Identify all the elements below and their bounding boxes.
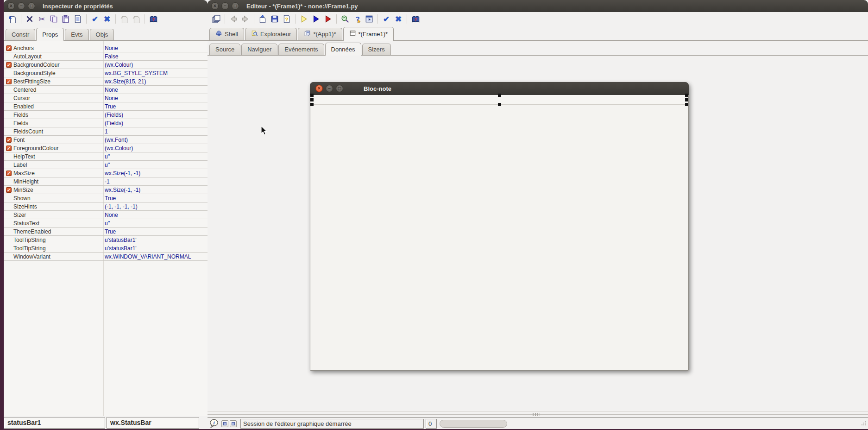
property-row[interactable]: ✓ Sizer None: [4, 211, 208, 219]
property-row[interactable]: ✓ ToolTipString u'statusBar1': [4, 236, 208, 244]
cancel-icon[interactable]: ✖: [101, 13, 113, 25]
paste-icon[interactable]: [60, 13, 71, 25]
property-value[interactable]: wx.WINDOW_VARIANT_NORMAL: [105, 253, 191, 260]
close-icon[interactable]: ×: [7, 2, 15, 10]
property-value[interactable]: (Fields): [105, 112, 123, 118]
maximize-icon[interactable]: □: [232, 2, 239, 10]
tab-objs[interactable]: Objs: [90, 29, 114, 40]
property-row[interactable]: ✓ MaxSize wx.Size(-1, -1): [4, 169, 208, 177]
property-row[interactable]: ✓ StatusText u'': [4, 219, 208, 228]
sash-grip-icon[interactable]: [533, 413, 540, 416]
property-row[interactable]: ✓ Shown True: [4, 194, 208, 202]
property-row[interactable]: ✓ BackgroundStyle wx.BG_STYLE_SYSTEM: [4, 69, 208, 77]
minimize-icon[interactable]: –: [221, 2, 229, 10]
property-set-checkbox[interactable]: ✓: [6, 145, 12, 151]
property-row[interactable]: ✓ SizeHints (-1, -1, -1, -1): [4, 202, 208, 211]
resize-grip-icon[interactable]: [861, 419, 867, 428]
tab-evts[interactable]: Evts: [65, 29, 88, 40]
property-row[interactable]: ✓ ThemeEnabled True: [4, 228, 208, 236]
property-value[interactable]: wx.BG_STYLE_SYSTEM: [105, 70, 168, 76]
property-row[interactable]: ✓ FieldsCount 1: [4, 127, 208, 136]
property-value[interactable]: (wx.Font): [105, 137, 128, 143]
selection-handle[interactable]: [310, 103, 314, 106]
post-icon[interactable]: ✔: [381, 13, 392, 25]
selection-handle[interactable]: [685, 103, 688, 106]
minimize-icon[interactable]: –: [18, 2, 25, 10]
property-value[interactable]: u'statusBar1': [105, 245, 137, 252]
save-icon[interactable]: [269, 13, 280, 25]
property-value[interactable]: u'': [105, 220, 110, 227]
property-row[interactable]: ✓ WindowVariant wx.WINDOW_VARIANT_NORMAL: [4, 253, 208, 261]
property-row[interactable]: ✓ Anchors None: [4, 44, 208, 52]
property-set-checkbox[interactable]: ✓: [6, 62, 12, 68]
property-value[interactable]: wx.Size(-1, -1): [105, 170, 140, 177]
open-module-icon[interactable]: [211, 13, 222, 25]
property-row[interactable]: ✓ BackgroundColour (wx.Colour): [4, 61, 208, 69]
tab-props[interactable]: Props: [36, 28, 64, 41]
tab-explorateur[interactable]: Explorateur: [245, 28, 297, 40]
property-value[interactable]: None: [105, 95, 118, 101]
property-set-checkbox[interactable]: ✓: [6, 171, 12, 176]
tear-off-icon[interactable]: [7, 13, 18, 25]
property-value[interactable]: True: [105, 103, 116, 110]
property-value[interactable]: (wx.Colour): [105, 145, 133, 152]
copy-icon[interactable]: [48, 13, 59, 25]
back-icon[interactable]: [228, 13, 239, 25]
selection-handle[interactable]: [498, 94, 501, 97]
frame-designer-icon[interactable]: [364, 13, 375, 25]
property-row[interactable]: ✓ ToolTipString u'statusBar1': [4, 244, 208, 253]
editor-titlebar[interactable]: × – □ Editeur - *(Frame1)* - none://Fram…: [208, 0, 868, 12]
tab-shell[interactable]: Shell: [209, 28, 244, 40]
property-value[interactable]: u'': [105, 153, 110, 160]
tab-sizers[interactable]: Sizers: [362, 44, 391, 55]
tab-donnees[interactable]: Données: [325, 43, 361, 56]
property-row[interactable]: ✓ MinSize wx.Size(-1, -1): [4, 186, 208, 194]
property-value[interactable]: (-1, -1, -1, -1): [105, 203, 138, 210]
delete-item-icon[interactable]: [24, 13, 35, 25]
selection-handle[interactable]: [685, 94, 688, 97]
run-app-icon[interactable]: [310, 13, 321, 25]
forward-icon[interactable]: [240, 13, 251, 25]
help-book-icon[interactable]: ?: [410, 13, 421, 25]
property-value[interactable]: u'statusBar1': [105, 237, 137, 243]
cut-icon[interactable]: ✂: [36, 13, 47, 25]
property-row[interactable]: ✓ Label u'': [4, 161, 208, 169]
close-icon[interactable]: ×: [211, 2, 219, 10]
help-book-icon[interactable]: ?: [148, 13, 159, 25]
tab-naviguer[interactable]: Naviguer: [241, 44, 277, 55]
property-row[interactable]: ✓ ForegroundColour (wx.Colour): [4, 144, 208, 152]
property-set-checkbox[interactable]: ✓: [6, 79, 12, 84]
property-set-checkbox[interactable]: ✓: [6, 45, 12, 51]
property-value[interactable]: None: [105, 87, 118, 93]
context-help-icon[interactable]: ?: [352, 13, 363, 25]
property-row[interactable]: ✓ HelpText u'': [4, 152, 208, 161]
property-value[interactable]: 1: [105, 128, 108, 135]
property-row[interactable]: ✓ Font (wx.Font): [4, 136, 208, 144]
property-row[interactable]: ✓ AutoLayout False: [4, 52, 208, 61]
property-row[interactable]: ✓ Fields (Fields): [4, 119, 208, 127]
post-icon[interactable]: ✔: [89, 13, 101, 25]
designed-frame-bloc-note[interactable]: × – □ Bloc-note: [310, 82, 689, 371]
property-set-checkbox[interactable]: ✓: [6, 187, 12, 193]
property-value[interactable]: None: [105, 212, 118, 218]
property-row[interactable]: ✓ Fields (Fields): [4, 111, 208, 119]
inspect-doc-icon[interactable]: ?: [281, 13, 292, 25]
check-source-icon[interactable]: [340, 13, 351, 25]
property-value[interactable]: False: [105, 53, 118, 60]
property-value[interactable]: None: [105, 45, 118, 51]
property-value[interactable]: wx.Size(815, 21): [105, 78, 146, 85]
property-row[interactable]: ✓ Enabled True: [4, 102, 208, 111]
selection-handle[interactable]: [310, 98, 314, 101]
tab-app1[interactable]: *(App1)*: [298, 28, 342, 40]
debug-icon[interactable]: [322, 13, 333, 25]
error-list-button[interactable]: [221, 420, 228, 427]
property-row[interactable]: ✓ MinHeight -1: [4, 177, 208, 186]
inspector-titlebar[interactable]: × – □ Inspecteur de propriétés: [4, 0, 208, 12]
maximize-icon[interactable]: □: [28, 2, 35, 10]
splitter-sash[interactable]: [208, 410, 868, 417]
property-row[interactable]: ✓ Cursor None: [4, 94, 208, 102]
property-row[interactable]: ✓ BestFittingSize wx.Size(815, 21): [4, 77, 208, 86]
selection-handle[interactable]: [685, 98, 688, 101]
property-value[interactable]: True: [105, 228, 116, 235]
tab-constr[interactable]: Constr: [6, 29, 35, 40]
